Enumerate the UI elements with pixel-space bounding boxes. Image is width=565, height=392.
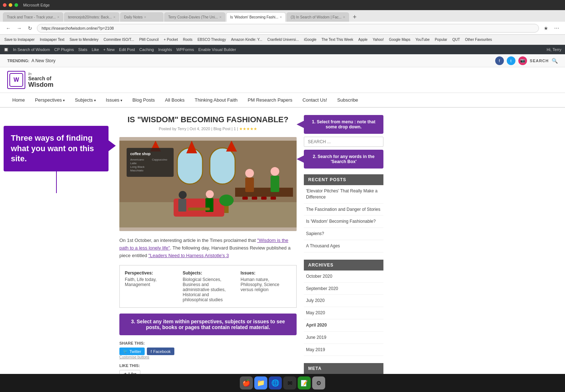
bookmark-igoogle[interactable]: iGoogle: [302, 37, 318, 42]
recent-post-link-3[interactable]: Is 'Wisdom' Becoming Fashionable?: [304, 216, 383, 227]
facebook-icon[interactable]: f: [495, 56, 504, 65]
tab-close-3[interactable]: ×: [144, 15, 146, 19]
tab-close-4[interactable]: ×: [219, 15, 221, 19]
instagram-icon[interactable]: 📷: [518, 56, 527, 65]
bookmark-textweek[interactable]: The Text This Week: [320, 37, 355, 42]
recent-post-link-5[interactable]: A Thousand Ages: [304, 240, 383, 252]
wp-stats[interactable]: Stats: [78, 47, 87, 52]
tab-4[interactable]: Terry Cooke-Davies (The Uni... ×: [164, 12, 225, 22]
post-body-text: On 1st October, an interesting article i…: [119, 237, 297, 259]
wp-like[interactable]: Like: [92, 47, 99, 52]
refresh-button[interactable]: ↻: [26, 24, 34, 32]
close-dot[interactable]: [3, 3, 7, 7]
tab-1[interactable]: Track and Trace - Track your... ×: [3, 12, 63, 22]
customise-buttons-link[interactable]: Customise buttons: [119, 355, 297, 359]
archive-oct-2020[interactable]: October 2020: [304, 270, 383, 282]
forward-button[interactable]: →: [15, 24, 23, 32]
wp-site-name[interactable]: In Search of Wisdom: [13, 47, 50, 52]
nav-item-subscribe[interactable]: Subscribe: [332, 93, 363, 107]
bookmark-roots[interactable]: Roots: [182, 37, 194, 42]
nav-menu: Home Perspectives Subjects Issues Blog P…: [7, 93, 558, 107]
search-icon[interactable]: 🔍: [552, 58, 558, 64]
tab-close-2[interactable]: ×: [113, 15, 115, 19]
back-button[interactable]: ←: [4, 24, 12, 32]
archive-may-2019[interactable]: May 2019: [304, 344, 383, 356]
bookmark-apple[interactable]: Apple: [357, 37, 369, 42]
dock-icon-1[interactable]: 🍎: [240, 376, 253, 389]
nav-item-pm-research[interactable]: PM Research Papers: [243, 93, 298, 107]
dock-icon-settings[interactable]: ⚙: [312, 376, 325, 389]
bookmark-instapaper-text[interactable]: Instapaper Text: [38, 37, 66, 42]
nav-item-all-books[interactable]: All Books: [160, 93, 190, 107]
bookmark-ebsco[interactable]: EBSCO Theology: [196, 37, 228, 42]
dock-icon-mail[interactable]: ✉: [283, 376, 296, 389]
bookmark-committee[interactable]: Committee ISO/T...: [102, 37, 135, 42]
nav-item-home[interactable]: Home: [7, 93, 30, 107]
wp-admin-logo[interactable]: 🔲: [4, 47, 9, 52]
sidebar-search-input[interactable]: [304, 137, 383, 147]
bookmark-gmaps[interactable]: Google Maps: [387, 37, 412, 42]
nav-item-perspectives[interactable]: Perspectives: [30, 93, 70, 107]
recent-post-link-4[interactable]: Sapiens?: [304, 228, 383, 240]
recent-post-link-2[interactable]: The Fascination and Danger of Stories: [304, 204, 383, 216]
bookmark-mendeley[interactable]: Save to Mendeley: [68, 37, 100, 42]
minimize-dot[interactable]: [9, 3, 12, 7]
nav-item-issues[interactable]: Issues: [101, 93, 127, 107]
twitter-share-button[interactable]: 🐦 Twitter: [119, 348, 145, 355]
site-logo[interactable]: W In Search of Wisdom: [7, 71, 54, 89]
bookmark-youtube[interactable]: YouTube: [414, 37, 431, 42]
settings-button[interactable]: ⋯: [553, 24, 561, 32]
nav-item-thinking-about-faith[interactable]: Thinking About Faith: [190, 93, 243, 107]
tab-3[interactable]: Daily Notes ×: [120, 12, 163, 22]
archive-sep-2020[interactable]: September 2020: [304, 283, 383, 295]
bookmark-pocket[interactable]: + Pocket: [162, 37, 179, 42]
list-item: July 2020: [304, 295, 383, 307]
wp-caching[interactable]: Caching: [139, 47, 154, 52]
bookmark-popular[interactable]: Popular: [433, 37, 449, 42]
wp-edit-post[interactable]: Edit Post: [119, 47, 135, 52]
tab-close-6[interactable]: ×: [343, 15, 345, 19]
archive-jul-2020[interactable]: July 2020: [304, 295, 383, 307]
dock-icon-chrome[interactable]: 🌐: [269, 376, 282, 389]
wp-insights[interactable]: Insights: [158, 47, 172, 52]
nav-item-blog-posts[interactable]: Blog Posts: [127, 93, 160, 107]
archives-list: October 2020 September 2020 July 2020 Ma…: [304, 270, 383, 356]
svg-point-23: [271, 167, 279, 176]
bookmark-cranfield[interactable]: Cranfield Universi...: [266, 37, 300, 42]
dock-icon-finder[interactable]: 📁: [254, 376, 267, 389]
nav-item-subjects[interactable]: Subjects: [70, 93, 101, 107]
new-tab-button[interactable]: +: [350, 13, 360, 22]
post-title: IS "WISDOM" BECOMING FASHIONABLE?: [119, 115, 297, 124]
facebook-share-button[interactable]: f Facebook: [147, 348, 174, 355]
post-link-2[interactable]: "Leaders Need to Harness Aristotle's 3: [148, 253, 229, 258]
nav-item-contact[interactable]: Contact Us!: [297, 93, 332, 107]
browser-titlebar: Microsoft Edge: [0, 0, 565, 10]
twitter-icon[interactable]: t: [507, 56, 515, 65]
bookmark-other[interactable]: Other Favourites: [463, 37, 493, 42]
wp-visual-builder[interactable]: Enable Visual Builder: [198, 47, 236, 52]
svg-rect-5: [210, 148, 235, 184]
maximize-dot[interactable]: [14, 3, 18, 7]
dock-icon-text[interactable]: 📝: [298, 376, 311, 389]
tab-2[interactable]: terencejob20/notes: Back... ×: [64, 12, 119, 22]
archive-apr-2020[interactable]: April 2020: [304, 319, 383, 331]
archive-jun-2019[interactable]: June 2019: [304, 332, 383, 344]
bookmark-pmi[interactable]: PMI Council: [138, 37, 160, 42]
wp-new[interactable]: + New: [103, 47, 115, 52]
recent-post-link-1[interactable]: 'Elevator Pitches' That Really Make a Di…: [304, 185, 383, 203]
tab-5-active[interactable]: Is 'Wisdom' Becoming Fashi... ×: [226, 12, 286, 22]
archive-may-2020[interactable]: May 2020: [304, 307, 383, 319]
share-label: SHARE THIS:: [119, 341, 297, 345]
tab-close-5[interactable]: ×: [280, 15, 282, 19]
bookmark-yahoo[interactable]: Yahoo!: [371, 37, 385, 42]
tab-close-1[interactable]: ×: [57, 15, 59, 19]
bookmark-qut[interactable]: QUT: [451, 37, 461, 42]
bookmark-kindle[interactable]: Amazon Kindle: Y...: [230, 37, 264, 42]
bookmark-star[interactable]: ★: [542, 24, 550, 32]
bookmark-save-instapaper[interactable]: Save to Instapaper: [3, 37, 36, 42]
wp-plugins[interactable]: CP Plugins: [54, 47, 74, 52]
list-item: May 2020: [304, 307, 383, 319]
tab-6[interactable]: (3) In Search of Wisdom | Fac... ×: [286, 12, 349, 22]
address-input[interactable]: [37, 24, 539, 33]
wp-wpforms[interactable]: WPForms: [176, 47, 194, 52]
